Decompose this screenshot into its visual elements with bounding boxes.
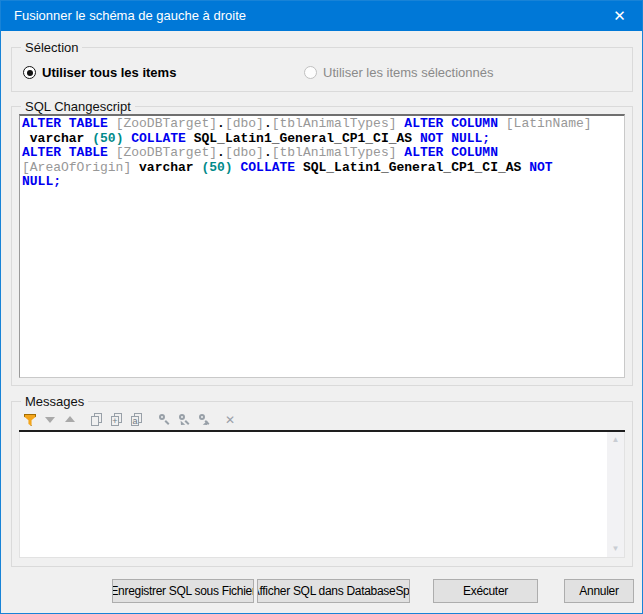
show-sql-in-databasespy-button[interactable]: Afficher SQL dans DatabaseSpy <box>257 579 410 603</box>
sql-changescript-group: SQL Changescript ALTER TABLE [ZooDBTarge… <box>11 106 633 386</box>
copy-plus-icon[interactable] <box>110 413 124 427</box>
radio-use-selected-items: Utiliser les items sélectionnés <box>304 65 494 80</box>
sql-changescript-group-label: SQL Changescript <box>21 99 135 114</box>
move-down-icon[interactable] <box>43 413 57 427</box>
copy-all-icon[interactable] <box>130 413 144 427</box>
window-title: Fusionner le schéma de gauche à droite <box>14 1 246 31</box>
cancel-button[interactable]: Annuler <box>564 579 634 603</box>
sql-line: ALTER TABLE [ZooDBTarget].[dbo].[tblAnim… <box>22 146 622 161</box>
find-icon[interactable] <box>157 413 171 427</box>
copy-icon[interactable] <box>90 413 104 427</box>
sql-line: NULL; <box>22 175 622 190</box>
move-up-icon[interactable] <box>63 413 77 427</box>
filter-icon[interactable] <box>23 413 37 427</box>
messages-group-label: Messages <box>21 394 88 409</box>
radio-use-selected-items-label: Utiliser les items sélectionnés <box>323 65 494 80</box>
selection-group: Sélection Utiliser tous les items Utilis… <box>11 47 633 92</box>
find-prev-icon[interactable] <box>177 413 191 427</box>
sql-line: varchar (50) COLLATE SQL_Latin1_General_… <box>22 132 622 147</box>
close-button[interactable]: ✕ <box>597 1 642 31</box>
radio-use-all-items[interactable]: Utiliser tous les items <box>23 65 176 80</box>
sql-script-editor[interactable]: ALTER TABLE [ZooDBTarget].[dbo].[tblAnim… <box>19 114 625 378</box>
clear-icon[interactable] <box>224 413 238 427</box>
merge-schema-dialog: Fusionner le schéma de gauche à droite ✕… <box>0 0 643 614</box>
scroll-up-icon[interactable]: ▲ <box>607 435 624 445</box>
selection-group-label: Sélection <box>21 40 82 55</box>
scroll-down-icon[interactable]: ▼ <box>607 544 624 554</box>
sql-line: [AreaOfOrigin] varchar (50) COLLATE SQL_… <box>22 161 622 176</box>
messages-group: Messages ▲ ▼ <box>11 401 633 567</box>
sql-line: ALTER TABLE [ZooDBTarget].[dbo].[tblAnim… <box>22 117 622 132</box>
save-sql-to-file-button[interactable]: Enregistrer SQL sous Fichier <box>112 579 254 603</box>
titlebar[interactable]: Fusionner le schéma de gauche à droite ✕ <box>1 1 642 31</box>
messages-scrollbar[interactable]: ▲ ▼ <box>607 432 624 557</box>
radio-unselected-icon <box>304 66 317 79</box>
close-icon: ✕ <box>613 7 626 25</box>
radio-use-all-items-label: Utiliser tous les items <box>42 65 176 80</box>
radio-selected-icon <box>23 66 36 79</box>
find-next-icon[interactable] <box>197 413 211 427</box>
messages-output-area[interactable]: ▲ ▼ <box>19 432 625 558</box>
messages-toolbar <box>23 412 244 428</box>
execute-button[interactable]: Exécuter <box>433 579 538 603</box>
